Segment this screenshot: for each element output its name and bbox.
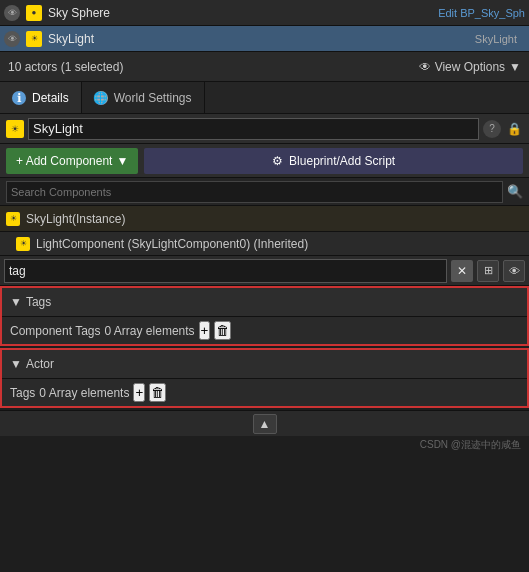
light-component-row: ☀ LightComponent (SkyLightComponent0) (I… [0, 232, 529, 256]
light-component-label: LightComponent (SkyLightComponent0) (Inh… [36, 237, 308, 251]
selection-count: 10 actors (1 selected) [8, 60, 413, 74]
skylight-name-icon: ☀ [6, 120, 24, 138]
component-tags-delete-button[interactable]: 🗑 [214, 321, 231, 340]
lock-icon[interactable]: 🔒 [505, 120, 523, 138]
watermark-text: CSDN @混迹中的咸鱼 [420, 439, 521, 450]
skylight-name: SkyLight [48, 32, 469, 46]
chevron-down-icon: ▼ [509, 60, 521, 74]
visibility-icon[interactable]: 👁 [4, 5, 20, 21]
add-component-button[interactable]: + Add Component ▼ [6, 148, 138, 174]
actor-section-header[interactable]: ▼ Actor [2, 350, 527, 378]
tab-details[interactable]: ℹ Details [0, 82, 82, 113]
actor-tags-delete-button[interactable]: 🗑 [149, 383, 166, 402]
actor-tags-value: 0 Array elements [39, 386, 129, 400]
light-component-icon: ☀ [16, 237, 30, 251]
add-component-label: + Add Component [16, 154, 112, 168]
skylight-row[interactable]: 👁 ☀ SkyLight SkyLight [0, 26, 529, 52]
world-settings-tab-icon: 🌐 [94, 91, 108, 105]
search-filter-input[interactable] [4, 259, 447, 283]
dropdown-arrow-icon: ▼ [116, 154, 128, 168]
view-options-button[interactable]: 👁 View Options ▼ [419, 60, 521, 74]
details-tab-icon: ℹ [12, 91, 26, 105]
watermark: CSDN @混迹中的咸鱼 [0, 436, 529, 452]
sky-sphere-row[interactable]: 👁 ● Sky Sphere Edit BP_Sky_Sph [0, 0, 529, 26]
tags-section-title: Tags [26, 295, 51, 309]
skylight-instance-label: SkyLight(Instance) [26, 212, 125, 226]
actor-section-title: Actor [26, 357, 54, 371]
skylight-visibility-icon[interactable]: 👁 [4, 31, 20, 47]
skylight-instance-icon: ☀ [6, 212, 20, 226]
skylight-type: SkyLight [475, 33, 517, 45]
help-icon[interactable]: ? [483, 120, 501, 138]
details-tab-label: Details [32, 91, 69, 105]
search-icon: 🔍 [507, 184, 523, 199]
blueprint-label: Blueprint/Add Script [289, 154, 395, 168]
actor-tags-row: Tags 0 Array elements + 🗑 [2, 378, 527, 406]
skylight-type-icon: ☀ [26, 31, 42, 47]
actions-row: + Add Component ▼ ⚙ Blueprint/Add Script [0, 144, 529, 178]
search-components-row: 🔍 [0, 178, 529, 206]
tags-section-header[interactable]: ▼ Tags [2, 288, 527, 316]
clear-filter-button[interactable]: ✕ [451, 260, 473, 282]
component-tags-row: Component Tags 0 Array elements + 🗑 [2, 316, 527, 344]
actor-arrow-icon: ▼ [10, 357, 22, 371]
component-tags-label: Component Tags [10, 324, 101, 338]
view-options-label: View Options [435, 60, 505, 74]
grid-view-button[interactable]: ⊞ [477, 260, 499, 282]
edit-bp-link[interactable]: Edit BP_Sky_Sph [438, 7, 525, 19]
component-tags-add-button[interactable]: + [199, 321, 211, 340]
name-row: ☀ ? 🔒 [0, 114, 529, 144]
tabs-bar: ℹ Details 🌐 World Settings [0, 82, 529, 114]
tab-world-settings[interactable]: 🌐 World Settings [82, 82, 205, 113]
component-tags-value: 0 Array elements [105, 324, 195, 338]
actor-tags-add-button[interactable]: + [133, 383, 145, 402]
actor-section: ▼ Actor Tags 0 Array elements + 🗑 [0, 348, 529, 408]
tags-section: ▼ Tags Component Tags 0 Array elements +… [0, 286, 529, 346]
sky-sphere-name: Sky Sphere [48, 6, 432, 20]
eye-icon: 👁 [419, 60, 431, 74]
component-instance-header: ☀ SkyLight(Instance) [0, 206, 529, 232]
view-toggle-button[interactable]: 👁 [503, 260, 525, 282]
actor-type-icon: ● [26, 5, 42, 21]
search-components-input[interactable] [6, 181, 503, 203]
actor-tags-label: Tags [10, 386, 35, 400]
blueprint-gear-icon: ⚙ [272, 154, 283, 168]
tags-arrow-icon: ▼ [10, 295, 22, 309]
collapse-button[interactable]: ▲ [253, 414, 277, 434]
world-settings-tab-label: World Settings [114, 91, 192, 105]
bottom-bar: ▲ [0, 410, 529, 436]
actor-name-input[interactable] [28, 118, 479, 140]
search-filter-row: ✕ ⊞ 👁 [0, 256, 529, 286]
selection-bar: 10 actors (1 selected) 👁 View Options ▼ [0, 52, 529, 82]
blueprint-button[interactable]: ⚙ Blueprint/Add Script [144, 148, 523, 174]
